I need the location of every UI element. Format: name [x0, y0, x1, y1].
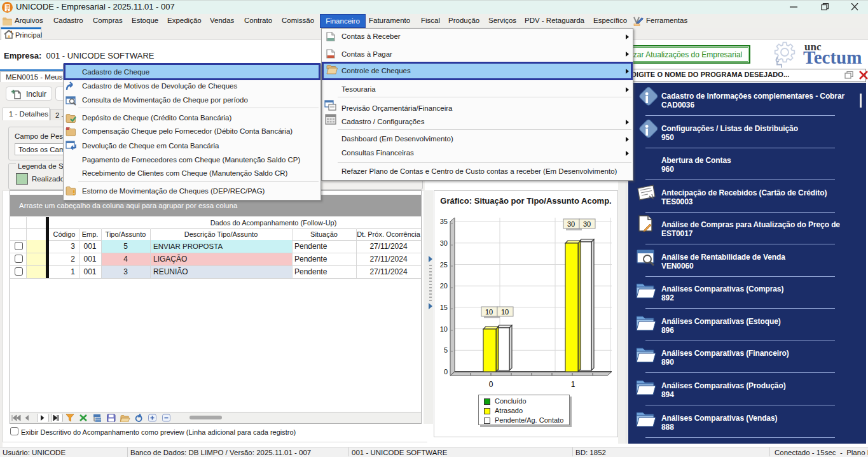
svg-text:10: 10 — [440, 325, 448, 333]
svg-text:30: 30 — [583, 220, 591, 228]
svg-text:10: 10 — [485, 308, 493, 316]
svg-text:0: 0 — [489, 380, 493, 389]
svg-text:5: 5 — [444, 346, 448, 354]
svg-text:30: 30 — [567, 220, 575, 228]
svg-text:25: 25 — [440, 261, 448, 269]
svg-text:1: 1 — [571, 380, 575, 389]
svg-text:20: 20 — [440, 282, 448, 290]
svg-text:30: 30 — [440, 239, 448, 247]
svg-text:0: 0 — [444, 368, 448, 376]
svg-text:15: 15 — [440, 304, 448, 311]
svg-text:35: 35 — [440, 218, 448, 225]
svg-text:10: 10 — [501, 308, 509, 316]
